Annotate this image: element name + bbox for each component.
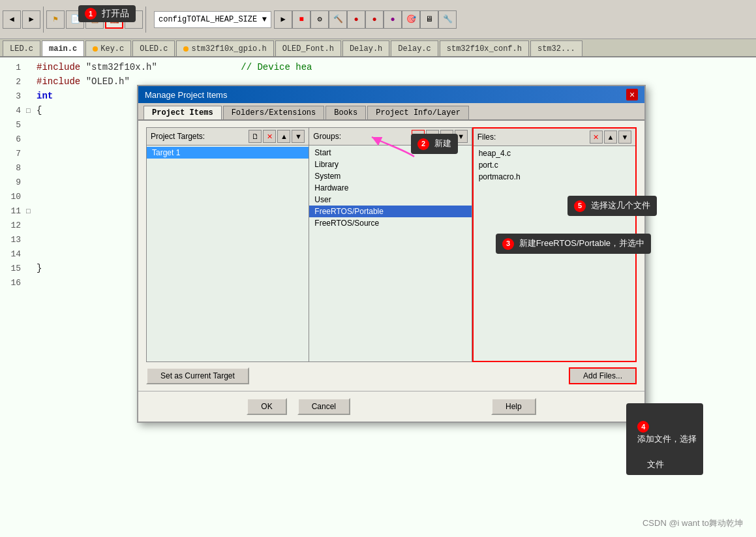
files-panel: Files: ✕ ▲ ▼ heap_4.c port.c portmacro.h: [472, 127, 637, 362]
group-system[interactable]: System: [309, 170, 471, 182]
project-targets-label: Project Targets:: [151, 132, 205, 141]
dialog-tab-folders[interactable]: Folders/Extensions: [223, 106, 325, 119]
run-btn[interactable]: ▶: [274, 10, 292, 29]
tab-gpio-h[interactable]: stm32f10x_gpio.h: [176, 40, 273, 56]
three-column-panel: Project Targets: 🗋 ✕ ▲ ▼ Target 1 Groups…: [146, 127, 637, 362]
group-freertos-source[interactable]: FreeRTOS/Source: [309, 217, 471, 229]
monitor-icon[interactable]: 🖥: [420, 10, 438, 29]
project-targets-icons: 🗋 ✕ ▲ ▼: [249, 130, 305, 143]
stop-btn[interactable]: ■: [292, 10, 310, 29]
green-icon[interactable]: ✦: [125, 10, 143, 29]
watermark: CSDN @i want to舞动乾坤: [643, 517, 743, 529]
dialog-action-row: Set as Current Target Add Files...: [146, 367, 637, 384]
groups-label: Groups:: [313, 132, 341, 141]
tab-led-c[interactable]: LED.c: [3, 40, 40, 56]
back-btn[interactable]: ◀: [3, 10, 21, 29]
add-files-btn[interactable]: Add Files...: [569, 367, 637, 384]
groups-up-btn[interactable]: ▲: [440, 130, 453, 143]
forward-btn[interactable]: ▶: [22, 10, 40, 29]
code-line-1: 1 #include "stm32f10x.h" // Device hea: [0, 60, 756, 74]
dialog-tabs-row: Project Items Folders/Extensions Books P…: [138, 103, 644, 121]
tab-conf-h[interactable]: stm32f10x_conf.h: [440, 40, 529, 56]
open-project-btn[interactable]: 🧱: [105, 10, 123, 29]
group-user[interactable]: User: [309, 194, 471, 206]
ok-btn[interactable]: OK: [247, 398, 286, 415]
dialog-title-bar: Manage Project Items ×: [138, 86, 644, 103]
files-label: Files:: [477, 132, 496, 142]
tab-main-c[interactable]: main.c: [42, 40, 84, 56]
groups-new-btn[interactable]: 🗋: [412, 130, 425, 143]
groups-list: Start Library System Hardware User FreeR…: [309, 146, 471, 361]
targets-new-btn[interactable]: 🗋: [249, 130, 262, 143]
set-current-target-btn[interactable]: Set as Current Target: [146, 367, 249, 384]
group-freertos-portable[interactable]: FreeRTOS/Portable: [309, 206, 471, 217]
modified-dot-key: [93, 46, 98, 52]
group-start[interactable]: Start: [309, 147, 471, 159]
toolbar-nav-section: ◀ ▶: [3, 7, 44, 33]
dialog-bottom-buttons: OK Cancel Help: [138, 391, 644, 422]
groups-panel: Groups: 🗋 ✕ ▲ ▼ Start Library System: [309, 127, 472, 362]
tab-stm32-extra[interactable]: stm32...: [530, 40, 582, 56]
files-header: Files: ✕ ▲ ▼: [474, 129, 635, 146]
group-hardware[interactable]: Hardware: [309, 182, 471, 194]
file-port-c[interactable]: port.c: [474, 159, 635, 171]
options-icon[interactable]: 🔧: [438, 10, 457, 29]
config-dropdown[interactable]: configTOTAL_HEAP_SIZE ▼: [154, 11, 271, 28]
file2-icon[interactable]: 📋: [85, 10, 104, 29]
add-files-btn-wrap: Add Files...: [569, 367, 637, 384]
groups-down-btn[interactable]: ▼: [455, 130, 468, 143]
file-portmacro-h[interactable]: portmacro.h: [474, 171, 635, 183]
tab-font-h[interactable]: OLED_Font.h: [275, 40, 341, 56]
debug-btn[interactable]: ●: [347, 10, 365, 29]
toolbar-right: configTOTAL_HEAP_SIZE ▼ ▶ ■ ⚙ 🔨 ● ● ● 🎯 …: [149, 10, 753, 29]
toolbar-icons-section: ⚑ 📄 📋 🧱 ✦: [46, 7, 146, 33]
file-heap4-c[interactable]: heap_4.c: [474, 147, 635, 159]
tab-key-c[interactable]: Key.c: [85, 40, 131, 56]
flag-icon: ⚑: [46, 10, 65, 29]
dialog-tab-project-items[interactable]: Project Items: [144, 106, 222, 119]
groups-icons: 🗋 ✕ ▲ ▼: [412, 130, 468, 143]
dialog-close-btn[interactable]: ×: [626, 89, 638, 100]
circle1-icon: ●: [365, 10, 384, 29]
file-icon[interactable]: 📄: [66, 10, 84, 29]
project-targets-panel: Project Targets: 🗋 ✕ ▲ ▼ Target 1: [146, 127, 309, 362]
groups-delete-btn[interactable]: ✕: [426, 130, 439, 143]
project-targets-header: Project Targets: 🗋 ✕ ▲ ▼: [147, 128, 309, 146]
targets-up-btn[interactable]: ▲: [277, 130, 290, 143]
tabs-row: LED.c main.c Key.c OLED.c stm32f10x_gpio…: [0, 39, 756, 57]
files-list: heap_4.c port.c portmacro.h: [474, 146, 635, 361]
groups-header: Groups: 🗋 ✕ ▲ ▼: [309, 128, 471, 146]
modified-dot-gpio: [183, 46, 189, 52]
help-btn[interactable]: Help: [491, 398, 536, 415]
files-delete-btn[interactable]: ✕: [590, 130, 603, 144]
toolbar: ◀ ▶ ⚑ 📄 📋 🧱 ✦ configTOTAL_HEAP_SIZE ▼ ▶ …: [0, 0, 756, 39]
circle2-icon: ●: [384, 10, 402, 29]
files-down-btn[interactable]: ▼: [618, 130, 631, 144]
tab-delay-c[interactable]: Delay.c: [391, 40, 438, 56]
target-icon[interactable]: 🎯: [402, 10, 420, 29]
group-library[interactable]: Library: [309, 159, 471, 170]
files-icons: ✕ ▲ ▼: [590, 130, 631, 144]
dialog-tab-books[interactable]: Books: [325, 106, 366, 119]
files-up-btn[interactable]: ▲: [604, 130, 617, 144]
dropdown-arrow-icon: ▼: [262, 15, 267, 24]
project-targets-list: Target 1: [147, 146, 309, 361]
tab-oled-c[interactable]: OLED.c: [132, 40, 175, 56]
dialog-tab-info[interactable]: Project Info/Layer: [367, 106, 469, 119]
dialog-title-text: Manage Project Items: [145, 90, 227, 100]
manage-project-dialog: Manage Project Items × Project Items Fol…: [137, 85, 646, 423]
target-1-item[interactable]: Target 1: [147, 147, 309, 159]
settings-icon[interactable]: ⚙: [310, 10, 329, 29]
dialog-body: Project Targets: 🗋 ✕ ▲ ▼ Target 1 Groups…: [138, 121, 644, 391]
build-icon[interactable]: 🔨: [329, 10, 347, 29]
tab-delay-h[interactable]: Delay.h: [342, 40, 389, 56]
cancel-btn[interactable]: Cancel: [297, 398, 350, 415]
targets-down-btn[interactable]: ▼: [292, 130, 305, 143]
set-target-btn-wrap: Set as Current Target: [146, 367, 249, 384]
targets-delete-btn[interactable]: ✕: [263, 130, 276, 143]
